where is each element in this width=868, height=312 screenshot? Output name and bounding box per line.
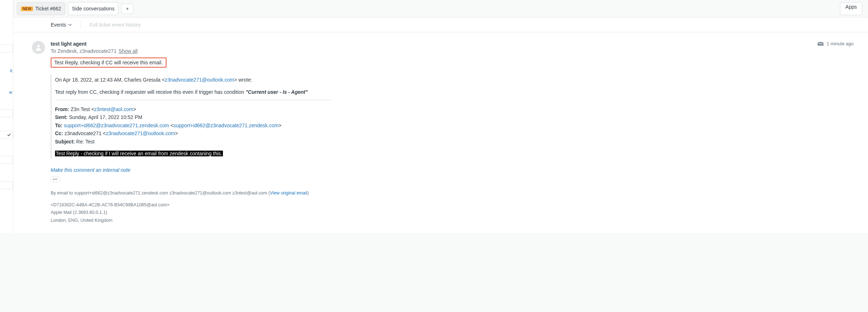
from-email-link[interactable]: z3ntest@aol.com: [94, 106, 133, 112]
chevron-down-icon: [68, 23, 72, 27]
ticket-content: test light agent To Zendesk, z3nadvocate…: [13, 32, 868, 233]
entry-metadata: By email to support+id662@z3nadvocate271…: [51, 189, 854, 224]
black-highlight-text: Test Reply - checking if I will receive …: [55, 151, 223, 156]
status-badge-new: NEW: [21, 6, 33, 11]
event-history-hint: Full ticket event history: [90, 22, 141, 28]
recipients-line: To Zendesk, z3nadvocate271 Show all: [51, 48, 138, 54]
left-rail-check-card[interactable]: [0, 131, 13, 139]
tab-ticket-662[interactable]: NEW Ticket #662: [17, 2, 65, 15]
trigger-condition: "Current user - Is - Agent": [246, 89, 308, 95]
plus-icon: +: [126, 6, 129, 12]
recipients-prefix: To: [51, 48, 56, 54]
left-rail-card[interactable]: [0, 45, 13, 52]
mail-icon: [817, 42, 824, 46]
left-rail-card-2[interactable]: [0, 109, 13, 117]
left-rail-card-3[interactable]: [0, 156, 13, 164]
apps-button-label: Apps: [845, 4, 857, 10]
avatar: [32, 41, 45, 54]
timestamp-text: 1 minute ago: [827, 41, 854, 46]
sub-header: Events Full ticket event history: [13, 17, 868, 32]
left-rail-link-2[interactable]: w: [0, 90, 13, 95]
svg-point-0: [37, 45, 40, 47]
quote-divider: [55, 100, 332, 100]
mail-client: Apple Mail (2.3693.60.0.1.1): [51, 209, 854, 216]
tab-bar: NEW Ticket #662 Side conversations + App…: [13, 0, 868, 17]
left-rail-card-4[interactable]: [0, 181, 13, 189]
recipients-list: Zendesk, z3nadvocate271: [58, 48, 117, 54]
conversation-entry: test light agent To Zendesk, z3nadvocate…: [13, 32, 868, 233]
check-icon: [7, 133, 11, 137]
apps-button[interactable]: Apps: [840, 2, 862, 15]
left-rail-link-1[interactable]: it: [0, 68, 13, 73]
events-dropdown[interactable]: Events: [51, 22, 72, 28]
entry-timestamp: 1 minute ago: [817, 41, 854, 46]
left-rail: it w: [0, 0, 13, 233]
quoted-email: On Apr 18, 2022, at 12:43 AM, Charles Gr…: [51, 74, 332, 159]
quote-intro: On Apr 18, 2022, at 12:43 AM, Charles Gr…: [55, 77, 332, 83]
cc-email-link[interactable]: z3nadvocate271@outlook.com: [106, 130, 175, 136]
to-email-link-2[interactable]: support+id662@z3nadvocate271.zendesk.com: [173, 123, 278, 128]
divider: [81, 21, 81, 29]
message-id: <D716302C-44BA-4C2B-AC76-B54C99BA1085@ao…: [51, 201, 854, 209]
quote-intro-email-link[interactable]: z3nadvocate271@outlook.com: [165, 77, 234, 83]
view-original-email-link[interactable]: View original email: [270, 191, 307, 196]
to-email-link-1[interactable]: support+id662@z3nadvocate271.zendesk.com: [64, 123, 169, 128]
user-icon: [35, 43, 42, 51]
sender-location: London, ENG, United Kingdom: [51, 217, 854, 224]
original-headers: From: Z3n Test <z3ntest@aol.com> Sent: S…: [55, 105, 332, 146]
show-all-recipients[interactable]: Show all: [119, 48, 138, 54]
events-label: Events: [51, 22, 66, 28]
make-internal-note-link[interactable]: Make this comment an internal note: [51, 167, 131, 173]
cc-reply-line: Test reply from CC, checking if requeste…: [55, 89, 332, 95]
tab-add[interactable]: +: [121, 4, 133, 14]
sender-name: test light agent: [51, 41, 138, 47]
highlighted-reply: Test Reply, checking if CC will receive …: [51, 58, 166, 68]
svg-rect-1: [818, 42, 824, 46]
expand-ellipsis[interactable]: •••: [51, 176, 60, 182]
tab-side-conversations-label: Side conversations: [72, 6, 114, 12]
tab-ticket-label: Ticket #662: [35, 6, 61, 12]
tab-side-conversations[interactable]: Side conversations: [68, 2, 118, 15]
